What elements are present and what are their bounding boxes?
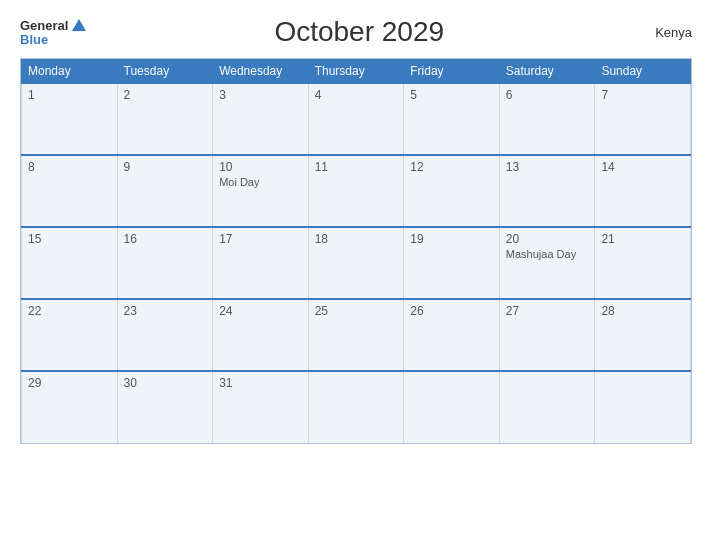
day-number: 31 (219, 376, 302, 390)
day-number: 12 (410, 160, 493, 174)
country-label: Kenya (632, 25, 692, 40)
calendar-week-row: 8910Moi Day11121314 (22, 155, 691, 227)
calendar-day-cell: 22 (22, 299, 118, 371)
calendar-header: Monday Tuesday Wednesday Thursday Friday… (22, 60, 691, 84)
logo: General Blue (20, 19, 86, 46)
day-number: 6 (506, 88, 589, 102)
calendar-day-cell: 17 (213, 227, 309, 299)
day-number: 26 (410, 304, 493, 318)
calendar-day-cell: 19 (404, 227, 500, 299)
calendar-day-cell: 6 (499, 83, 595, 155)
day-number: 25 (315, 304, 398, 318)
col-friday: Friday (404, 60, 500, 84)
day-number: 24 (219, 304, 302, 318)
calendar-day-cell: 16 (117, 227, 213, 299)
calendar-day-cell: 12 (404, 155, 500, 227)
calendar-week-row: 293031 (22, 371, 691, 443)
calendar-day-cell: 24 (213, 299, 309, 371)
holiday-label: Mashujaa Day (506, 248, 589, 260)
col-monday: Monday (22, 60, 118, 84)
calendar-day-cell: 9 (117, 155, 213, 227)
calendar-day-cell (595, 371, 691, 443)
day-number: 2 (124, 88, 207, 102)
day-number: 10 (219, 160, 302, 174)
weekday-header-row: Monday Tuesday Wednesday Thursday Friday… (22, 60, 691, 84)
day-number: 4 (315, 88, 398, 102)
calendar-body: 12345678910Moi Day11121314151617181920Ma… (22, 83, 691, 443)
calendar-day-cell: 11 (308, 155, 404, 227)
calendar-container: Monday Tuesday Wednesday Thursday Friday… (20, 58, 692, 444)
calendar-day-cell: 7 (595, 83, 691, 155)
day-number: 21 (601, 232, 684, 246)
logo-general-text: General (20, 19, 68, 32)
calendar-day-cell: 30 (117, 371, 213, 443)
calendar-day-cell: 18 (308, 227, 404, 299)
calendar-day-cell: 23 (117, 299, 213, 371)
day-number: 8 (28, 160, 111, 174)
logo-blue-text: Blue (20, 33, 48, 46)
day-number: 20 (506, 232, 589, 246)
calendar-day-cell: 13 (499, 155, 595, 227)
calendar-day-cell: 28 (595, 299, 691, 371)
day-number: 13 (506, 160, 589, 174)
calendar-week-row: 1234567 (22, 83, 691, 155)
calendar-day-cell: 2 (117, 83, 213, 155)
col-thursday: Thursday (308, 60, 404, 84)
day-number: 9 (124, 160, 207, 174)
day-number: 16 (124, 232, 207, 246)
col-sunday: Sunday (595, 60, 691, 84)
calendar-day-cell: 14 (595, 155, 691, 227)
calendar-day-cell: 10Moi Day (213, 155, 309, 227)
calendar-day-cell (308, 371, 404, 443)
col-saturday: Saturday (499, 60, 595, 84)
calendar-day-cell: 5 (404, 83, 500, 155)
day-number: 23 (124, 304, 207, 318)
page-header: General Blue October 2029 Kenya (20, 16, 692, 48)
holiday-label: Moi Day (219, 176, 302, 188)
calendar-day-cell: 8 (22, 155, 118, 227)
logo-triangle-icon (72, 19, 86, 31)
day-number: 17 (219, 232, 302, 246)
day-number: 30 (124, 376, 207, 390)
day-number: 19 (410, 232, 493, 246)
day-number: 11 (315, 160, 398, 174)
calendar-table: Monday Tuesday Wednesday Thursday Friday… (21, 59, 691, 443)
calendar-title: October 2029 (86, 16, 632, 48)
calendar-week-row: 22232425262728 (22, 299, 691, 371)
calendar-day-cell: 26 (404, 299, 500, 371)
day-number: 29 (28, 376, 111, 390)
day-number: 22 (28, 304, 111, 318)
day-number: 3 (219, 88, 302, 102)
calendar-day-cell: 29 (22, 371, 118, 443)
calendar-day-cell: 20Mashujaa Day (499, 227, 595, 299)
calendar-day-cell: 1 (22, 83, 118, 155)
calendar-day-cell: 4 (308, 83, 404, 155)
day-number: 15 (28, 232, 111, 246)
calendar-day-cell: 25 (308, 299, 404, 371)
col-wednesday: Wednesday (213, 60, 309, 84)
calendar-week-row: 151617181920Mashujaa Day21 (22, 227, 691, 299)
day-number: 28 (601, 304, 684, 318)
calendar-day-cell: 31 (213, 371, 309, 443)
calendar-day-cell: 3 (213, 83, 309, 155)
col-tuesday: Tuesday (117, 60, 213, 84)
day-number: 5 (410, 88, 493, 102)
day-number: 18 (315, 232, 398, 246)
calendar-day-cell: 27 (499, 299, 595, 371)
day-number: 27 (506, 304, 589, 318)
calendar-day-cell: 15 (22, 227, 118, 299)
day-number: 7 (601, 88, 684, 102)
day-number: 1 (28, 88, 111, 102)
calendar-day-cell: 21 (595, 227, 691, 299)
day-number: 14 (601, 160, 684, 174)
calendar-day-cell (499, 371, 595, 443)
calendar-day-cell (404, 371, 500, 443)
